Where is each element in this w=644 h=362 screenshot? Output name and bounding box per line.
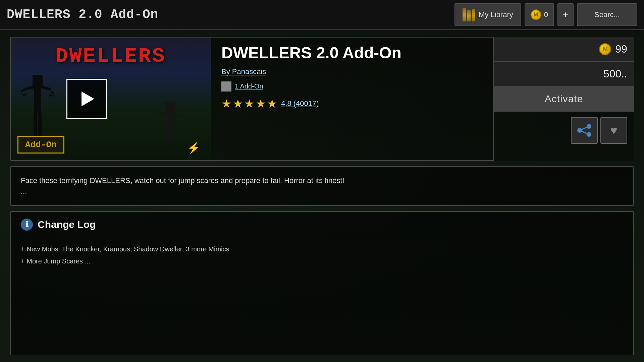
monster-silhouette-2 bbox=[157, 102, 184, 142]
svg-line-24 bbox=[580, 130, 589, 134]
addon-type-icon bbox=[221, 81, 231, 92]
activate-button[interactable]: Activate bbox=[494, 86, 634, 112]
coin-icon: M bbox=[531, 9, 541, 20]
svg-rect-18 bbox=[223, 87, 226, 90]
my-library-button[interactable]: My Library bbox=[454, 3, 521, 26]
svg-rect-19 bbox=[227, 87, 230, 90]
thumbnail-background: DWELLERS bbox=[11, 38, 211, 160]
price-panel: M 99 500.. Activate bbox=[493, 37, 634, 161]
product-details-panel: DWELLERS 2.0 Add-On By Panascais 1 Add-O… bbox=[211, 37, 493, 161]
svg-line-23 bbox=[580, 126, 589, 130]
search-button[interactable]: Searc... bbox=[577, 3, 637, 26]
action-icon-row: ♥ bbox=[494, 112, 634, 149]
page-title: DWELLERS 2.0 Add-On bbox=[7, 7, 454, 22]
lightning-icon: ⚡ bbox=[187, 141, 201, 154]
main-content: DWELLERS bbox=[0, 30, 644, 362]
coins-display: M 0 bbox=[525, 3, 554, 26]
changelog-header: ℹ Change Log bbox=[21, 219, 623, 236]
favorite-button[interactable]: ♥ bbox=[600, 117, 627, 144]
star-1: ★ bbox=[221, 97, 231, 110]
addon-count-row: 1 Add-On bbox=[221, 81, 483, 92]
addon-badge: Add-On bbox=[17, 136, 64, 154]
changelog-section: ℹ Change Log + New Mobs: The Knocker, Kr… bbox=[10, 211, 634, 355]
svg-rect-8 bbox=[50, 91, 55, 95]
svg-rect-16 bbox=[223, 83, 226, 86]
changelog-item-1: + New Mobs: The Knocker, Krampus, Shadow… bbox=[21, 243, 623, 255]
star-rating: ★ ★ ★ ★ ★ bbox=[221, 97, 277, 110]
coins-amount: 0 bbox=[544, 10, 548, 19]
star-2: ★ bbox=[233, 97, 243, 110]
rating-label[interactable]: 4.8 (40017) bbox=[281, 99, 319, 108]
rating-row: ★ ★ ★ ★ ★ 4.8 (40017) bbox=[221, 97, 483, 110]
changelog-item-2: + More Jump Scares ... bbox=[21, 255, 623, 267]
price-coins-amount: 99 bbox=[615, 43, 627, 55]
description-ellipsis: ... bbox=[21, 187, 27, 196]
svg-rect-14 bbox=[166, 128, 170, 142]
header-actions: My Library M 0 + Searc... bbox=[454, 3, 637, 26]
svg-rect-15 bbox=[171, 128, 174, 142]
svg-rect-2 bbox=[24, 85, 35, 90]
addon-count-label[interactable]: 1 Add-On bbox=[235, 82, 263, 90]
svg-rect-17 bbox=[227, 83, 230, 86]
svg-rect-3 bbox=[41, 85, 51, 90]
content-area: DWELLERS bbox=[0, 30, 644, 362]
price-value-row: 500.. bbox=[494, 62, 634, 86]
product-author[interactable]: By Panascais bbox=[221, 67, 483, 76]
svg-rect-0 bbox=[33, 75, 43, 86]
svg-rect-7 bbox=[22, 94, 28, 96]
product-title: DWELLERS 2.0 Add-On bbox=[221, 44, 483, 62]
add-coins-button[interactable]: + bbox=[557, 3, 574, 26]
svg-rect-13 bbox=[173, 113, 182, 117]
app-header: DWELLERS 2.0 Add-On My Library M 0 + Sea… bbox=[0, 0, 644, 30]
price-value-label: 500.. bbox=[603, 68, 627, 80]
svg-rect-9 bbox=[49, 94, 54, 97]
price-coin-icon: M bbox=[599, 43, 611, 55]
info-icon: ℹ bbox=[21, 219, 33, 231]
share-button[interactable] bbox=[571, 117, 598, 144]
monster-silhouette-1 bbox=[21, 75, 54, 142]
svg-rect-4 bbox=[34, 113, 37, 137]
svg-rect-12 bbox=[159, 112, 167, 116]
coins-price-row: M 99 bbox=[494, 37, 634, 62]
heart-icon: ♥ bbox=[610, 123, 617, 137]
star-5-half: ★ bbox=[267, 97, 277, 110]
svg-rect-5 bbox=[38, 113, 42, 137]
star-4: ★ bbox=[256, 97, 266, 110]
thumbnail-title: DWELLERS bbox=[55, 44, 166, 68]
product-thumbnail: DWELLERS bbox=[10, 37, 211, 161]
play-button-overlay[interactable] bbox=[66, 79, 107, 119]
description-text: Face these terrifying DWELLERS, watch ou… bbox=[21, 175, 623, 197]
star-3: ★ bbox=[244, 97, 254, 110]
svg-rect-11 bbox=[166, 111, 174, 128]
description-section: Face these terrifying DWELLERS, watch ou… bbox=[10, 166, 634, 206]
product-top-section: DWELLERS bbox=[10, 37, 634, 161]
changelog-title: Change Log bbox=[38, 219, 96, 230]
svg-rect-1 bbox=[34, 86, 41, 113]
my-library-label: My Library bbox=[479, 10, 513, 19]
svg-rect-10 bbox=[165, 102, 175, 111]
library-icon bbox=[463, 8, 475, 21]
